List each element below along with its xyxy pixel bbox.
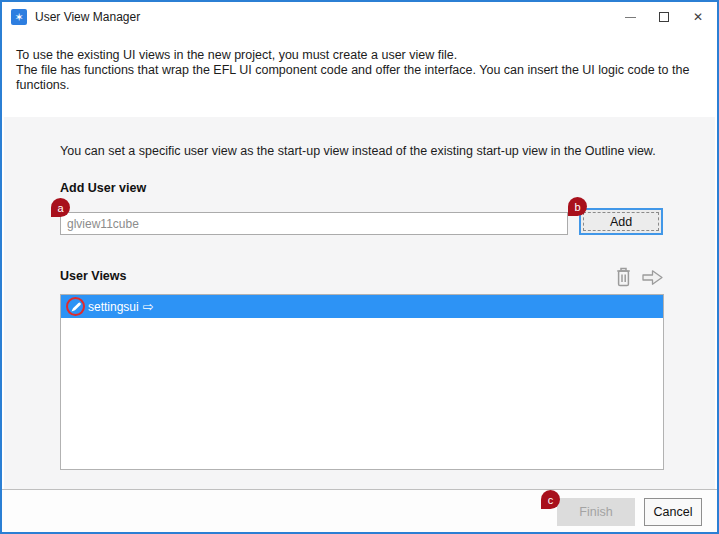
description-line-2: The file has functions that wrap the EFL… bbox=[16, 63, 707, 93]
maximize-icon bbox=[659, 12, 669, 22]
view-item-icon-wrap bbox=[66, 297, 86, 317]
user-view-manager-dialog: ✶ User View Manager ✕ To use the existin… bbox=[0, 0, 719, 534]
right-arrow-icon bbox=[641, 268, 664, 287]
close-button[interactable]: ✕ bbox=[681, 2, 715, 32]
titlebar[interactable]: ✶ User View Manager bbox=[2, 2, 717, 32]
dialog-description: To use the existing UI views in the new … bbox=[16, 48, 707, 93]
window-controls: ✕ bbox=[613, 2, 715, 32]
annotation-circle bbox=[66, 297, 85, 316]
link-arrow-glyph: ⇨ bbox=[143, 299, 154, 314]
trash-icon bbox=[614, 266, 633, 288]
startup-view-note: You can set a specific user view as the … bbox=[60, 144, 659, 158]
cancel-button[interactable]: Cancel bbox=[644, 498, 702, 526]
list-toolbar bbox=[614, 266, 664, 288]
description-line-1: To use the existing UI views in the new … bbox=[16, 48, 707, 63]
user-views-label: User Views bbox=[60, 269, 126, 283]
list-item-settingsui[interactable]: settingsui ⇨ bbox=[61, 295, 663, 318]
maximize-button[interactable] bbox=[647, 2, 681, 32]
add-button[interactable]: Add bbox=[579, 208, 663, 235]
minimize-button[interactable] bbox=[613, 2, 647, 32]
user-views-list[interactable]: settingsui ⇨ bbox=[60, 294, 664, 470]
annotation-badge-a: a bbox=[51, 198, 70, 217]
window-title: User View Manager bbox=[35, 10, 140, 24]
set-startup-view-button[interactable] bbox=[641, 268, 664, 287]
annotation-badge-c: c bbox=[541, 490, 560, 509]
minimize-icon bbox=[625, 17, 636, 18]
annotation-badge-b: b bbox=[568, 197, 587, 216]
close-icon: ✕ bbox=[693, 11, 703, 23]
delete-view-button[interactable] bbox=[614, 266, 633, 288]
add-user-view-label: Add User view bbox=[60, 181, 146, 195]
list-item-label: settingsui bbox=[88, 300, 139, 314]
tizen-app-icon: ✶ bbox=[11, 9, 27, 25]
finish-button[interactable]: Finish bbox=[557, 498, 635, 526]
content-panel: You can set a specific user view as the … bbox=[4, 117, 715, 489]
user-view-name-input[interactable] bbox=[60, 212, 568, 235]
